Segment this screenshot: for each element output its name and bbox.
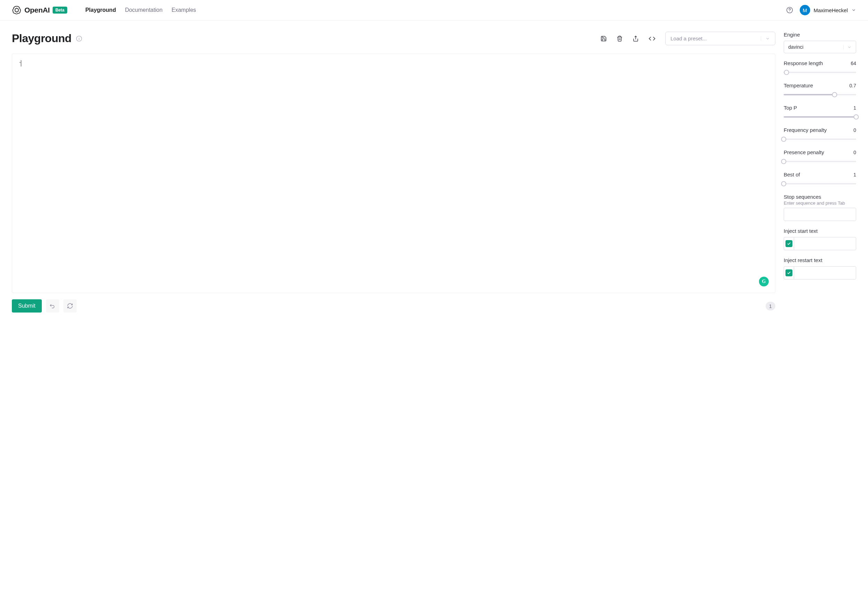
frequency-penalty-slider[interactable] — [784, 136, 856, 142]
share-icon[interactable] — [632, 35, 639, 42]
engine-select[interactable]: davinci — [784, 41, 856, 53]
check-icon — [786, 270, 792, 276]
presence-penalty-value: 0 — [853, 150, 856, 155]
preset-select[interactable]: Load a preset... — [665, 32, 775, 45]
code-icon[interactable] — [649, 35, 655, 42]
nav-documentation[interactable]: Documentation — [125, 7, 163, 13]
inject-start-input[interactable] — [794, 237, 856, 250]
top-p-value: 1 — [853, 105, 856, 111]
chevron-down-icon — [761, 36, 770, 41]
check-icon — [786, 240, 792, 247]
frequency-penalty-label: Frequency penalty — [784, 127, 827, 133]
param-inject-restart: Inject restart text — [784, 257, 856, 279]
engine-label: Engine — [784, 32, 800, 38]
user-menu[interactable]: M MaximeHeckel — [800, 5, 856, 15]
inject-restart-checkbox[interactable] — [784, 266, 794, 279]
chevron-down-icon — [851, 8, 856, 12]
temperature-label: Temperature — [784, 82, 813, 88]
beta-badge: Beta — [53, 7, 67, 14]
undo-button[interactable] — [46, 299, 59, 312]
nav-playground[interactable]: Playground — [85, 7, 116, 13]
param-presence-penalty: Presence penalty 0 — [784, 149, 856, 165]
logo[interactable]: OpenAI Beta — [12, 5, 67, 15]
temperature-slider[interactable] — [784, 91, 856, 98]
nav: Playground Documentation Examples — [85, 7, 196, 13]
header: OpenAI Beta Playground Documentation Exa… — [0, 0, 868, 21]
header-left: OpenAI Beta Playground Documentation Exa… — [12, 5, 196, 15]
header-right: M MaximeHeckel — [786, 5, 856, 15]
params-sidebar: Engine davinci Response length 64 Temper… — [784, 32, 856, 312]
brand-text: OpenAI — [24, 6, 50, 14]
openai-logo-icon — [12, 5, 21, 15]
nav-examples[interactable]: Examples — [172, 7, 196, 13]
param-best-of: Best of 1 — [784, 171, 856, 187]
title-row: Playground — [12, 32, 775, 45]
inject-start-label: Inject start text — [784, 228, 818, 234]
param-frequency-penalty: Frequency penalty 0 — [784, 127, 856, 142]
param-temperature: Temperature 0.7 — [784, 82, 856, 98]
frequency-penalty-value: 0 — [853, 127, 856, 133]
regenerate-button[interactable] — [63, 299, 77, 312]
inject-start-checkbox[interactable] — [784, 237, 794, 250]
bottom-bar: Submit 1 — [12, 299, 775, 312]
temperature-value: 0.7 — [850, 83, 856, 88]
stop-sequences-hint: Enter sequence and press Tab — [784, 200, 856, 206]
best-of-value: 1 — [853, 172, 856, 177]
title-actions: Load a preset... — [600, 32, 775, 45]
best-of-slider[interactable] — [784, 180, 856, 187]
best-of-label: Best of — [784, 171, 800, 177]
count-badge[interactable]: 1 — [766, 302, 775, 311]
stop-sequences-label: Stop sequences — [784, 194, 821, 200]
presence-penalty-label: Presence penalty — [784, 149, 824, 155]
username: MaximeHeckel — [814, 7, 848, 13]
svg-point-1 — [789, 11, 790, 12]
param-stop-sequences: Stop sequences Enter sequence and press … — [784, 194, 856, 221]
stop-sequences-input[interactable] — [784, 208, 856, 221]
inject-restart-input[interactable] — [794, 266, 856, 279]
content: Playground — [12, 32, 775, 312]
presence-penalty-slider[interactable] — [784, 158, 856, 165]
grammarly-icon[interactable]: G — [759, 277, 769, 286]
response-length-slider[interactable] — [784, 69, 856, 76]
title-left: Playground — [12, 32, 82, 45]
preset-placeholder: Load a preset... — [670, 35, 707, 41]
save-icon[interactable] — [600, 35, 607, 42]
inject-restart-label: Inject restart text — [784, 257, 822, 263]
help-icon[interactable] — [786, 6, 794, 14]
svg-point-4 — [79, 37, 79, 38]
engine-value: davinci — [788, 44, 804, 50]
info-icon[interactable] — [76, 35, 82, 42]
submit-button[interactable]: Submit — [12, 299, 42, 312]
top-p-label: Top P — [784, 105, 797, 111]
response-length-label: Response length — [784, 60, 823, 66]
trash-icon[interactable] — [617, 35, 623, 42]
top-p-slider[interactable] — [784, 114, 856, 120]
avatar: M — [800, 5, 810, 15]
param-engine: Engine davinci — [784, 32, 856, 53]
param-response-length: Response length 64 — [784, 60, 856, 76]
prompt-editor[interactable]: ` G — [12, 54, 775, 293]
page-title: Playground — [12, 32, 71, 45]
param-top-p: Top P 1 — [784, 105, 856, 120]
param-inject-start: Inject start text — [784, 228, 856, 250]
main: Playground — [0, 21, 868, 323]
response-length-value: 64 — [851, 61, 856, 66]
chevron-down-icon — [843, 45, 851, 49]
